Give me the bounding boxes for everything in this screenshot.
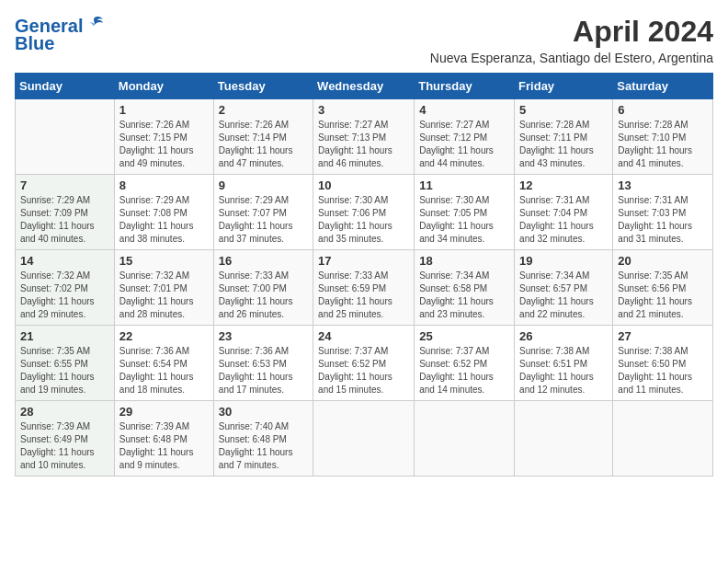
day-number: 15: [119, 254, 209, 268]
day-number: 18: [419, 254, 509, 268]
calendar-cell: 7Sunrise: 7:29 AMSunset: 7:09 PMDaylight…: [16, 175, 115, 250]
day-info: Sunrise: 7:31 AMSunset: 7:04 PMDaylight:…: [519, 194, 608, 246]
day-number: 27: [618, 329, 708, 343]
day-number: 17: [318, 254, 409, 268]
logo: General Blue: [15, 15, 105, 54]
day-info: Sunrise: 7:38 AMSunset: 6:51 PMDaylight:…: [519, 345, 608, 396]
calendar-cell: 19Sunrise: 7:34 AMSunset: 6:57 PMDayligh…: [515, 250, 613, 326]
day-info: Sunrise: 7:31 AMSunset: 7:03 PMDaylight:…: [618, 194, 708, 246]
day-number: 29: [119, 405, 209, 419]
calendar-cell: 8Sunrise: 7:29 AMSunset: 7:08 PMDaylight…: [114, 175, 213, 250]
header-day-thursday: Thursday: [415, 74, 515, 99]
day-info: Sunrise: 7:37 AMSunset: 6:52 PMDaylight:…: [318, 345, 409, 396]
day-number: 19: [519, 254, 608, 268]
calendar-cell: 13Sunrise: 7:31 AMSunset: 7:03 PMDayligh…: [613, 175, 713, 250]
header-day-saturday: Saturday: [613, 74, 713, 99]
day-number: 7: [20, 178, 109, 192]
header-day-tuesday: Tuesday: [213, 74, 313, 99]
calendar-cell: 16Sunrise: 7:33 AMSunset: 7:00 PMDayligh…: [213, 250, 313, 326]
day-info: Sunrise: 7:36 AMSunset: 6:53 PMDaylight:…: [219, 345, 308, 396]
day-info: Sunrise: 7:30 AMSunset: 7:06 PMDaylight:…: [318, 194, 409, 246]
day-info: Sunrise: 7:32 AMSunset: 7:01 PMDaylight:…: [119, 270, 209, 321]
calendar-cell: 22Sunrise: 7:36 AMSunset: 6:54 PMDayligh…: [114, 326, 213, 401]
day-info: Sunrise: 7:35 AMSunset: 6:55 PMDaylight:…: [20, 345, 109, 396]
calendar-cell: 4Sunrise: 7:27 AMSunset: 7:12 PMDaylight…: [415, 99, 515, 175]
day-number: 23: [219, 329, 308, 343]
calendar-cell: 12Sunrise: 7:31 AMSunset: 7:04 PMDayligh…: [515, 175, 613, 250]
day-number: 13: [618, 178, 708, 192]
header-day-wednesday: Wednesday: [313, 74, 415, 99]
calendar-cell: 25Sunrise: 7:37 AMSunset: 6:52 PMDayligh…: [415, 326, 515, 401]
day-number: 1: [119, 103, 209, 117]
day-number: 9: [219, 178, 308, 192]
calendar-cell: 5Sunrise: 7:28 AMSunset: 7:11 PMDaylight…: [515, 99, 613, 175]
week-row-1: 1Sunrise: 7:26 AMSunset: 7:15 PMDaylight…: [16, 99, 713, 175]
day-number: 28: [20, 405, 109, 419]
day-info: Sunrise: 7:27 AMSunset: 7:12 PMDaylight:…: [419, 119, 509, 170]
day-info: Sunrise: 7:32 AMSunset: 7:02 PMDaylight:…: [20, 270, 109, 321]
calendar-cell: 29Sunrise: 7:39 AMSunset: 6:48 PMDayligh…: [114, 401, 213, 477]
calendar-cell: 24Sunrise: 7:37 AMSunset: 6:52 PMDayligh…: [313, 326, 415, 401]
calendar-cell: 3Sunrise: 7:27 AMSunset: 7:13 PMDaylight…: [313, 99, 415, 175]
day-info: Sunrise: 7:28 AMSunset: 7:10 PMDaylight:…: [618, 119, 708, 170]
calendar-cell: 23Sunrise: 7:36 AMSunset: 6:53 PMDayligh…: [213, 326, 313, 401]
header-day-monday: Monday: [114, 74, 213, 99]
calendar-body: 1Sunrise: 7:26 AMSunset: 7:15 PMDaylight…: [16, 99, 713, 477]
day-info: Sunrise: 7:30 AMSunset: 7:05 PMDaylight:…: [419, 194, 509, 246]
day-number: 5: [519, 103, 608, 117]
day-info: Sunrise: 7:33 AMSunset: 6:59 PMDaylight:…: [318, 270, 409, 321]
day-info: Sunrise: 7:34 AMSunset: 6:57 PMDaylight:…: [519, 270, 608, 321]
week-row-4: 21Sunrise: 7:35 AMSunset: 6:55 PMDayligh…: [16, 326, 713, 401]
calendar-cell: 27Sunrise: 7:38 AMSunset: 6:50 PMDayligh…: [613, 326, 713, 401]
calendar-cell: 6Sunrise: 7:28 AMSunset: 7:10 PMDaylight…: [613, 99, 713, 175]
day-info: Sunrise: 7:27 AMSunset: 7:13 PMDaylight:…: [318, 119, 409, 170]
day-number: 21: [20, 329, 109, 343]
day-number: 3: [318, 103, 409, 117]
day-number: 11: [419, 178, 509, 192]
day-info: Sunrise: 7:39 AMSunset: 6:49 PMDaylight:…: [20, 420, 109, 472]
calendar-cell: 9Sunrise: 7:29 AMSunset: 7:07 PMDaylight…: [213, 175, 313, 250]
calendar-cell: 1Sunrise: 7:26 AMSunset: 7:15 PMDaylight…: [114, 99, 213, 175]
day-info: Sunrise: 7:36 AMSunset: 6:54 PMDaylight:…: [119, 345, 209, 396]
day-number: 14: [20, 254, 109, 268]
calendar-header: SundayMondayTuesdayWednesdayThursdayFrid…: [16, 74, 713, 99]
calendar-cell: 28Sunrise: 7:39 AMSunset: 6:49 PMDayligh…: [16, 401, 115, 477]
day-number: 2: [219, 103, 308, 117]
calendar-cell: 18Sunrise: 7:34 AMSunset: 6:58 PMDayligh…: [415, 250, 515, 326]
day-info: Sunrise: 7:26 AMSunset: 7:14 PMDaylight:…: [219, 119, 308, 170]
week-row-3: 14Sunrise: 7:32 AMSunset: 7:02 PMDayligh…: [16, 250, 713, 326]
week-row-5: 28Sunrise: 7:39 AMSunset: 6:49 PMDayligh…: [16, 401, 713, 477]
day-info: Sunrise: 7:34 AMSunset: 6:58 PMDaylight:…: [419, 270, 509, 321]
day-info: Sunrise: 7:37 AMSunset: 6:52 PMDaylight:…: [419, 345, 509, 396]
header-row: SundayMondayTuesdayWednesdayThursdayFrid…: [16, 74, 713, 99]
page-header: General Blue April 2024 Nueva Esperanza,…: [15, 15, 713, 65]
main-title: April 2024: [430, 15, 713, 49]
day-info: Sunrise: 7:40 AMSunset: 6:48 PMDaylight:…: [219, 420, 308, 472]
day-info: Sunrise: 7:26 AMSunset: 7:15 PMDaylight:…: [119, 119, 209, 170]
day-info: Sunrise: 7:39 AMSunset: 6:48 PMDaylight:…: [119, 420, 209, 472]
calendar-cell: 21Sunrise: 7:35 AMSunset: 6:55 PMDayligh…: [16, 326, 115, 401]
day-number: 30: [219, 405, 308, 419]
header-day-friday: Friday: [515, 74, 613, 99]
day-info: Sunrise: 7:29 AMSunset: 7:07 PMDaylight:…: [219, 194, 308, 246]
calendar-cell: 11Sunrise: 7:30 AMSunset: 7:05 PMDayligh…: [415, 175, 515, 250]
calendar-cell: 10Sunrise: 7:30 AMSunset: 7:06 PMDayligh…: [313, 175, 415, 250]
logo-bird-icon: [85, 14, 105, 34]
day-info: Sunrise: 7:33 AMSunset: 7:00 PMDaylight:…: [219, 270, 308, 321]
day-number: 20: [618, 254, 708, 268]
calendar-cell: [16, 99, 115, 175]
day-number: 26: [519, 329, 608, 343]
title-block: April 2024 Nueva Esperanza, Santiago del…: [430, 15, 713, 65]
header-day-sunday: Sunday: [16, 74, 115, 99]
calendar-cell: [515, 401, 613, 477]
day-info: Sunrise: 7:29 AMSunset: 7:09 PMDaylight:…: [20, 194, 109, 246]
day-number: 6: [618, 103, 708, 117]
day-number: 12: [519, 178, 608, 192]
calendar-cell: 26Sunrise: 7:38 AMSunset: 6:51 PMDayligh…: [515, 326, 613, 401]
calendar-cell: 20Sunrise: 7:35 AMSunset: 6:56 PMDayligh…: [613, 250, 713, 326]
day-info: Sunrise: 7:28 AMSunset: 7:11 PMDaylight:…: [519, 119, 608, 170]
day-number: 16: [219, 254, 308, 268]
calendar-cell: 14Sunrise: 7:32 AMSunset: 7:02 PMDayligh…: [16, 250, 115, 326]
day-number: 8: [119, 178, 209, 192]
calendar-cell: [613, 401, 713, 477]
